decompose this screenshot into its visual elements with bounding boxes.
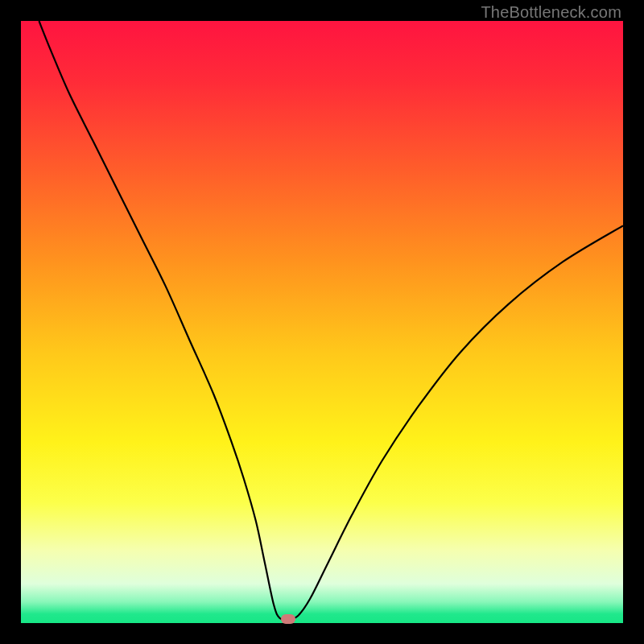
bottleneck-curve xyxy=(21,21,623,623)
chart-frame: TheBottleneck.com xyxy=(0,0,644,644)
watermark-text: TheBottleneck.com xyxy=(481,3,621,22)
optimum-marker xyxy=(281,614,295,624)
plot-area xyxy=(21,21,623,623)
